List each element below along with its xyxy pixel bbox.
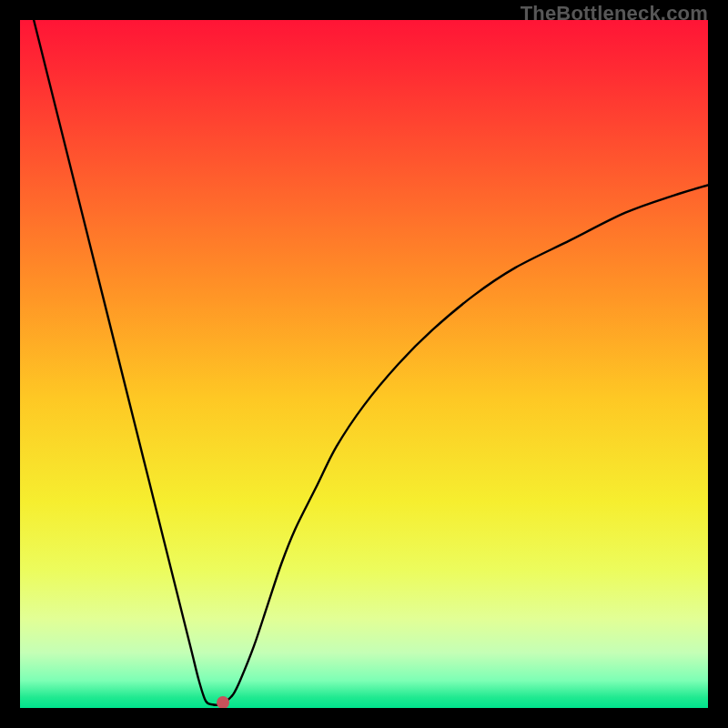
bottleneck-chart (20, 20, 708, 708)
chart-frame: TheBottleneck.com (0, 0, 728, 728)
plot-background (20, 20, 708, 708)
